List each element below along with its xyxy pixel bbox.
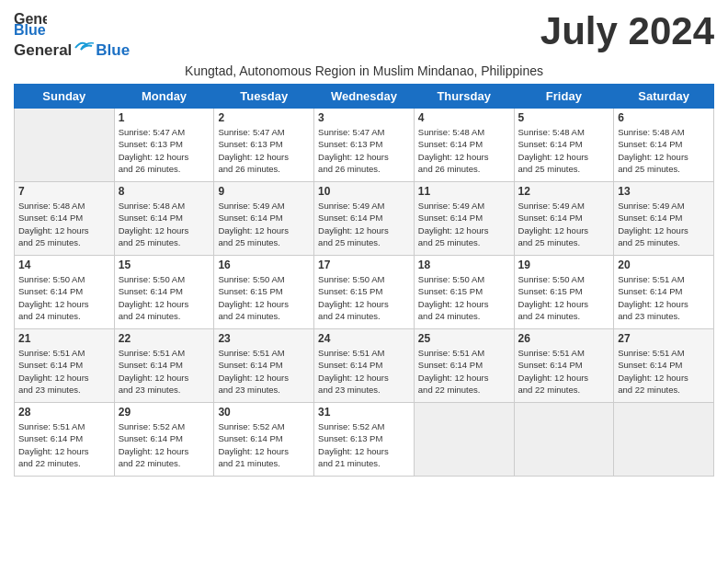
calendar-cell: 4Sunrise: 5:48 AM Sunset: 6:14 PM Daylig…	[414, 109, 514, 182]
calendar-cell: 22Sunrise: 5:51 AM Sunset: 6:14 PM Dayli…	[114, 329, 214, 403]
day-info: Sunrise: 5:52 AM Sunset: 6:14 PM Dayligh…	[218, 420, 310, 469]
day-number: 31	[318, 406, 410, 419]
day-number: 13	[618, 185, 710, 198]
day-number: 10	[318, 185, 410, 198]
day-number: 20	[618, 259, 710, 271]
day-info: Sunrise: 5:48 AM Sunset: 6:14 PM Dayligh…	[518, 126, 610, 175]
month-title: July 2024	[540, 9, 714, 53]
day-number: 22	[119, 332, 210, 345]
calendar-cell: 17Sunrise: 5:50 AM Sunset: 6:15 PM Dayli…	[314, 256, 415, 329]
calendar-cell: 18Sunrise: 5:50 AM Sunset: 6:15 PM Dayli…	[414, 256, 514, 329]
day-info: Sunrise: 5:50 AM Sunset: 6:14 PM Dayligh…	[119, 273, 210, 322]
day-info: Sunrise: 5:48 AM Sunset: 6:14 PM Dayligh…	[18, 200, 110, 248]
day-info: Sunrise: 5:47 AM Sunset: 6:13 PM Dayligh…	[218, 126, 310, 175]
calendar-cell	[614, 403, 714, 477]
day-number: 17	[318, 259, 410, 271]
day-info: Sunrise: 5:48 AM Sunset: 6:14 PM Dayligh…	[418, 126, 510, 175]
day-info: Sunrise: 5:51 AM Sunset: 6:14 PM Dayligh…	[618, 273, 710, 322]
calendar-cell: 27Sunrise: 5:51 AM Sunset: 6:14 PM Dayli…	[614, 329, 714, 403]
calendar-cell: 14Sunrise: 5:50 AM Sunset: 6:14 PM Dayli…	[15, 256, 115, 329]
day-info: Sunrise: 5:51 AM Sunset: 6:14 PM Dayligh…	[218, 347, 310, 396]
calendar-cell	[15, 109, 115, 182]
day-number: 1	[119, 111, 210, 124]
day-number: 9	[218, 185, 310, 198]
weekday-header-sunday: Sunday	[15, 85, 115, 109]
day-info: Sunrise: 5:51 AM Sunset: 6:14 PM Dayligh…	[18, 347, 110, 396]
calendar-cell: 6Sunrise: 5:48 AM Sunset: 6:14 PM Daylig…	[614, 109, 714, 182]
day-number: 21	[18, 332, 110, 345]
calendar-cell: 28Sunrise: 5:51 AM Sunset: 6:14 PM Dayli…	[15, 403, 115, 477]
day-info: Sunrise: 5:49 AM Sunset: 6:14 PM Dayligh…	[318, 200, 410, 248]
weekday-header-monday: Monday	[114, 85, 214, 109]
day-info: Sunrise: 5:50 AM Sunset: 6:15 PM Dayligh…	[318, 273, 410, 322]
day-number: 12	[518, 185, 610, 198]
day-info: Sunrise: 5:50 AM Sunset: 6:15 PM Dayligh…	[418, 273, 510, 322]
day-number: 18	[418, 259, 510, 271]
day-number: 30	[218, 406, 310, 419]
calendar-cell: 12Sunrise: 5:49 AM Sunset: 6:14 PM Dayli…	[514, 182, 614, 256]
day-info: Sunrise: 5:50 AM Sunset: 6:15 PM Dayligh…	[518, 273, 610, 322]
day-info: Sunrise: 5:51 AM Sunset: 6:14 PM Dayligh…	[18, 420, 110, 469]
calendar-cell: 24Sunrise: 5:51 AM Sunset: 6:14 PM Dayli…	[314, 329, 415, 403]
day-number: 28	[18, 406, 110, 419]
day-info: Sunrise: 5:50 AM Sunset: 6:15 PM Dayligh…	[218, 273, 310, 322]
day-number: 24	[318, 332, 410, 345]
calendar-cell: 5Sunrise: 5:48 AM Sunset: 6:14 PM Daylig…	[514, 109, 614, 182]
day-info: Sunrise: 5:52 AM Sunset: 6:14 PM Dayligh…	[119, 420, 210, 469]
calendar-cell: 20Sunrise: 5:51 AM Sunset: 6:14 PM Dayli…	[614, 256, 714, 329]
calendar-cell: 16Sunrise: 5:50 AM Sunset: 6:15 PM Dayli…	[214, 256, 314, 329]
calendar-cell: 2Sunrise: 5:47 AM Sunset: 6:13 PM Daylig…	[214, 109, 314, 182]
day-number: 16	[218, 259, 310, 271]
calendar-cell: 8Sunrise: 5:48 AM Sunset: 6:14 PM Daylig…	[114, 182, 214, 256]
weekday-header-wednesday: Wednesday	[314, 85, 415, 109]
logo-general: General	[14, 41, 72, 60]
logo-icon: General Blue	[14, 9, 47, 37]
day-info: Sunrise: 5:49 AM Sunset: 6:14 PM Dayligh…	[518, 200, 610, 248]
calendar-cell: 9Sunrise: 5:49 AM Sunset: 6:14 PM Daylig…	[214, 182, 314, 256]
calendar-cell: 26Sunrise: 5:51 AM Sunset: 6:14 PM Dayli…	[514, 329, 614, 403]
calendar-cell: 29Sunrise: 5:52 AM Sunset: 6:14 PM Dayli…	[114, 403, 214, 477]
day-info: Sunrise: 5:47 AM Sunset: 6:13 PM Dayligh…	[318, 126, 410, 175]
calendar-cell: 3Sunrise: 5:47 AM Sunset: 6:13 PM Daylig…	[314, 109, 415, 182]
day-info: Sunrise: 5:47 AM Sunset: 6:13 PM Dayligh…	[119, 126, 210, 175]
bird-icon	[74, 40, 94, 55]
calendar-cell: 23Sunrise: 5:51 AM Sunset: 6:14 PM Dayli…	[214, 329, 314, 403]
day-number: 14	[18, 259, 110, 271]
day-info: Sunrise: 5:50 AM Sunset: 6:14 PM Dayligh…	[18, 273, 110, 322]
weekday-header-friday: Friday	[514, 85, 614, 109]
day-info: Sunrise: 5:49 AM Sunset: 6:14 PM Dayligh…	[618, 200, 710, 248]
day-number: 15	[119, 259, 210, 271]
day-info: Sunrise: 5:51 AM Sunset: 6:14 PM Dayligh…	[518, 347, 610, 396]
day-number: 25	[418, 332, 510, 345]
day-number: 5	[518, 111, 610, 124]
day-number: 4	[418, 111, 510, 124]
day-number: 11	[418, 185, 510, 198]
day-info: Sunrise: 5:48 AM Sunset: 6:14 PM Dayligh…	[119, 200, 210, 248]
subtitle: Kungtad, Autonomous Region in Muslim Min…	[14, 63, 714, 78]
calendar-cell	[514, 403, 614, 477]
day-info: Sunrise: 5:49 AM Sunset: 6:14 PM Dayligh…	[418, 200, 510, 248]
weekday-header-saturday: Saturday	[614, 85, 714, 109]
calendar-cell: 19Sunrise: 5:50 AM Sunset: 6:15 PM Dayli…	[514, 256, 614, 329]
header: General Blue General Blue July 2024	[14, 9, 714, 60]
day-info: Sunrise: 5:51 AM Sunset: 6:14 PM Dayligh…	[418, 347, 510, 396]
day-number: 6	[618, 111, 710, 124]
day-number: 27	[618, 332, 710, 345]
calendar-cell: 30Sunrise: 5:52 AM Sunset: 6:14 PM Dayli…	[214, 403, 314, 477]
calendar-cell: 25Sunrise: 5:51 AM Sunset: 6:14 PM Dayli…	[414, 329, 514, 403]
logo: General Blue General Blue	[14, 9, 130, 60]
day-info: Sunrise: 5:52 AM Sunset: 6:13 PM Dayligh…	[318, 420, 410, 469]
day-number: 3	[318, 111, 410, 124]
day-number: 7	[18, 185, 110, 198]
day-info: Sunrise: 5:51 AM Sunset: 6:14 PM Dayligh…	[618, 347, 710, 396]
day-number: 26	[518, 332, 610, 345]
calendar-table: SundayMondayTuesdayWednesdayThursdayFrid…	[14, 84, 714, 477]
calendar-cell: 10Sunrise: 5:49 AM Sunset: 6:14 PM Dayli…	[314, 182, 415, 256]
svg-text:Blue: Blue	[14, 22, 46, 37]
calendar-cell: 1Sunrise: 5:47 AM Sunset: 6:13 PM Daylig…	[114, 109, 214, 182]
calendar-cell: 11Sunrise: 5:49 AM Sunset: 6:14 PM Dayli…	[414, 182, 514, 256]
day-info: Sunrise: 5:48 AM Sunset: 6:14 PM Dayligh…	[618, 126, 710, 175]
weekday-header-thursday: Thursday	[414, 85, 514, 109]
day-number: 29	[119, 406, 210, 419]
day-number: 2	[218, 111, 310, 124]
